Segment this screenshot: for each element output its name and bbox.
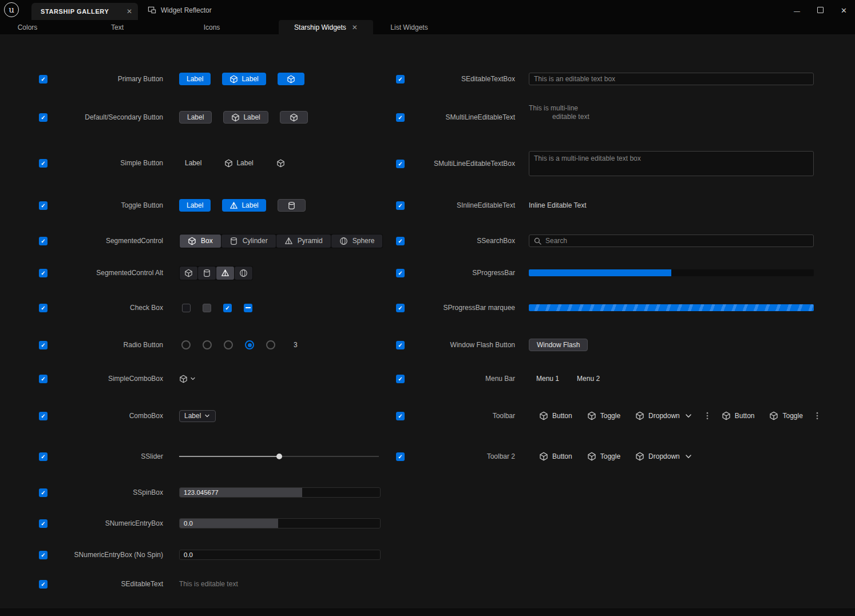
- segment-sphere[interactable]: Sphere: [331, 235, 383, 248]
- toolbar2-button[interactable]: Button: [532, 452, 580, 461]
- row-enable-checkbox[interactable]: [396, 341, 405, 349]
- primary-button[interactable]: Label: [179, 73, 211, 85]
- toolbar-button-2[interactable]: Button: [714, 411, 762, 420]
- window-flash-button[interactable]: Window Flash: [529, 339, 588, 351]
- segment-pyramid[interactable]: [216, 267, 234, 280]
- toolbar2-dropdown[interactable]: Dropdown: [628, 452, 700, 461]
- row-enable-checkbox[interactable]: [396, 113, 405, 122]
- secondary-button-with-icon[interactable]: Label: [223, 111, 268, 124]
- row-enable-checkbox[interactable]: [396, 160, 405, 168]
- multiline-editable-text[interactable]: This is multi-line editable text: [529, 104, 589, 121]
- row-enable-checkbox[interactable]: [39, 519, 48, 528]
- row-label: Check Box: [48, 304, 179, 312]
- radio-button-1[interactable]: [203, 340, 212, 349]
- segment-sphere[interactable]: [235, 267, 252, 280]
- toolbar2-toggle[interactable]: Toggle: [580, 452, 628, 461]
- row-enable-checkbox[interactable]: [39, 341, 48, 349]
- segment-cylinder[interactable]: Cylinder: [221, 235, 276, 248]
- window-flash-button-row: Window Flash Button Window Flash: [396, 338, 588, 352]
- primary-button-icon-only[interactable]: [278, 73, 304, 85]
- tab-starship-widgets[interactable]: Starship Widgets: [279, 20, 373, 34]
- segment-pyramid[interactable]: Pyramid: [276, 235, 331, 248]
- secondary-button-icon-only[interactable]: [280, 111, 308, 124]
- row-enable-checkbox[interactable]: [396, 375, 405, 383]
- toolbar-toggle-2[interactable]: Toggle: [762, 411, 810, 420]
- starship-gallery-window: u STARSHIP GALLERY Widget Reflector Colo…: [0, 0, 855, 616]
- tab-icons[interactable]: Icons: [180, 20, 243, 34]
- multiline-editable-text-box-input[interactable]: [529, 151, 814, 176]
- radio-button-3-selected[interactable]: [245, 340, 254, 349]
- row-enable-checkbox[interactable]: [396, 412, 405, 420]
- numeric-entry-box[interactable]: 0.0: [179, 518, 381, 528]
- editable-text-box-input[interactable]: [529, 73, 814, 85]
- toggle-button-icon-only[interactable]: [278, 199, 306, 212]
- toolbar-overflow-icon[interactable]: [703, 411, 712, 420]
- row-enable-checkbox[interactable]: [39, 159, 48, 168]
- row-enable-checkbox[interactable]: [39, 488, 48, 497]
- row-enable-checkbox[interactable]: [39, 201, 48, 210]
- demo-checkbox-unchecked[interactable]: [182, 304, 191, 312]
- window-tab-widget-reflector[interactable]: Widget Reflector: [148, 0, 212, 20]
- row-enable-checkbox[interactable]: [396, 237, 405, 245]
- tab-text[interactable]: Text: [86, 20, 149, 34]
- radio-button-2[interactable]: [224, 340, 233, 349]
- inline-editable-text[interactable]: Inline Editable Text: [529, 201, 587, 209]
- toolbar-row: Toolbar Button Toggle Dropdown Button To…: [396, 409, 824, 423]
- menu-item-2[interactable]: Menu 2: [577, 375, 600, 383]
- slider-thumb[interactable]: [276, 454, 282, 459]
- row-enable-checkbox[interactable]: [39, 412, 48, 420]
- row-enable-checkbox[interactable]: [39, 580, 48, 589]
- toolbar-toggle[interactable]: Toggle: [580, 411, 628, 420]
- close-window-icon[interactable]: [841, 5, 847, 15]
- row-enable-checkbox[interactable]: [39, 452, 48, 461]
- row-enable-checkbox[interactable]: [39, 551, 48, 559]
- simple-button[interactable]: Label: [179, 157, 207, 169]
- close-icon[interactable]: [126, 8, 132, 15]
- row-enable-checkbox[interactable]: [396, 75, 405, 84]
- row-enable-checkbox[interactable]: [396, 269, 405, 277]
- menu-item-1[interactable]: Menu 1: [536, 375, 559, 383]
- row-enable-checkbox[interactable]: [39, 304, 48, 312]
- toolbar-button[interactable]: Button: [532, 411, 580, 420]
- demo-checkbox-indeterminate[interactable]: [244, 304, 252, 312]
- demo-checkbox-filled[interactable]: [203, 304, 211, 312]
- minimize-icon[interactable]: [794, 5, 800, 15]
- editable-text[interactable]: This is editable text: [179, 580, 238, 588]
- row-enable-checkbox[interactable]: [396, 452, 405, 461]
- radio-button-4[interactable]: [266, 340, 275, 349]
- secondary-button[interactable]: Label: [179, 111, 212, 124]
- row-enable-checkbox[interactable]: [39, 75, 48, 84]
- segment-box[interactable]: [180, 267, 197, 280]
- row-enable-checkbox[interactable]: [39, 375, 48, 383]
- simple-combo-box[interactable]: [179, 375, 196, 383]
- primary-button-with-icon[interactable]: Label: [222, 73, 266, 85]
- slider[interactable]: [179, 450, 379, 463]
- cube-icon: [276, 159, 285, 168]
- row-enable-checkbox[interactable]: [39, 113, 48, 122]
- toolbar-overflow-icon[interactable]: [813, 411, 822, 420]
- toolbar-dropdown[interactable]: Dropdown: [628, 411, 700, 420]
- row-enable-checkbox[interactable]: [39, 237, 48, 245]
- tab-list-widgets[interactable]: List Widgets: [378, 20, 441, 34]
- simple-button-icon-only[interactable]: [271, 157, 291, 169]
- radio-button-0[interactable]: [181, 340, 191, 349]
- numeric-entry-box-nospin[interactable]: 0.0: [179, 550, 381, 560]
- segment-cylinder[interactable]: [198, 267, 216, 280]
- tab-colors[interactable]: Colors: [0, 20, 55, 34]
- segment-box[interactable]: Box: [180, 235, 221, 248]
- simple-button-with-icon[interactable]: Label: [219, 157, 259, 169]
- close-icon[interactable]: [352, 24, 358, 31]
- demo-checkbox-checked[interactable]: [223, 304, 232, 312]
- combo-box[interactable]: Label: [179, 410, 216, 422]
- search-box[interactable]: [529, 235, 814, 247]
- row-enable-checkbox[interactable]: [396, 304, 405, 312]
- window-tab-starship-gallery[interactable]: STARSHIP GALLERY: [31, 3, 138, 20]
- spin-box[interactable]: 123.045677: [179, 487, 381, 498]
- row-enable-checkbox[interactable]: [396, 201, 405, 210]
- row-enable-checkbox[interactable]: [39, 269, 48, 277]
- maximize-icon[interactable]: [817, 7, 824, 13]
- toggle-button-with-icon-checked[interactable]: Label: [222, 199, 266, 212]
- toggle-button-checked[interactable]: Label: [179, 199, 211, 212]
- cylinder-icon: [287, 201, 296, 210]
- search-input[interactable]: [545, 237, 809, 245]
